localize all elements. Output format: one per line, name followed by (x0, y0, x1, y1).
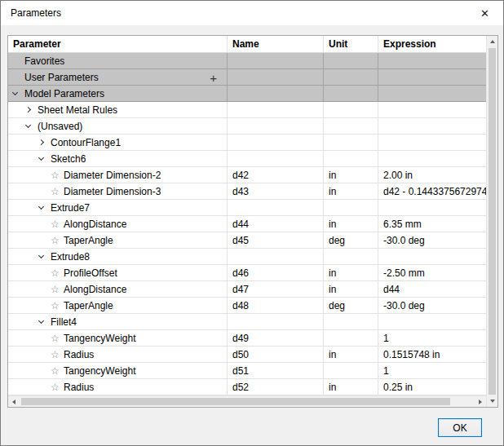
cell-name[interactable]: d49 (228, 330, 324, 347)
cell-parameter[interactable]: ☆TangencyWeight (8, 330, 228, 347)
cell-parameter[interactable]: ☆Diameter Dimension-3 (8, 183, 228, 200)
chevron-right-icon[interactable] (38, 135, 51, 150)
cell-parameter[interactable]: Fillet4 (8, 314, 228, 330)
cell-parameter[interactable]: User Parameters+ (8, 69, 228, 86)
table-row[interactable]: ☆AlongDistanced47ind44 (8, 281, 486, 298)
chevron-down-icon[interactable] (38, 314, 51, 329)
cell-parameter[interactable]: ☆Diameter Dimension-2 (8, 167, 228, 183)
add-parameter-icon[interactable]: + (210, 71, 217, 83)
cell-parameter[interactable]: ☆TaperAngle (8, 232, 228, 249)
table-row[interactable]: (Unsaved) (8, 118, 486, 135)
cell-expression[interactable]: 0.1515748 in (378, 347, 486, 363)
column-header-name[interactable]: Name (228, 36, 324, 52)
chevron-down-icon[interactable] (38, 151, 51, 166)
cell-unit[interactable]: in (324, 167, 378, 183)
cell-name[interactable]: d50 (228, 347, 324, 363)
chevron-down-icon[interactable] (38, 249, 51, 264)
cell-parameter[interactable]: ☆TangencyWeight (8, 363, 228, 379)
table-row[interactable]: Favorites (8, 53, 486, 69)
column-header-unit[interactable]: Unit (324, 36, 378, 52)
titlebar[interactable]: Parameters ✕ (1, 1, 503, 25)
cell-expression[interactable]: 1 (378, 330, 486, 347)
cell-parameter[interactable]: Extrude8 (8, 249, 228, 265)
cell-unit[interactable]: deg (324, 232, 378, 249)
table-row[interactable]: ☆TaperAngled48deg-30.0 deg (8, 298, 486, 314)
table-row[interactable]: ☆ProfileOffsetd46in-2.50 mm (8, 265, 486, 281)
chevron-down-icon[interactable] (38, 200, 51, 215)
cell-parameter[interactable]: ☆Radius (8, 347, 228, 363)
star-icon[interactable]: ☆ (51, 363, 64, 379)
cell-parameter[interactable]: ☆TaperAngle (8, 298, 228, 314)
horizontal-scrollbar[interactable] (8, 395, 486, 407)
star-icon[interactable]: ☆ (51, 298, 64, 314)
star-icon[interactable]: ☆ (51, 281, 64, 298)
cell-unit[interactable] (324, 330, 378, 347)
cell-name[interactable]: d52 (228, 379, 324, 395)
cell-expression[interactable]: 0.25 in (378, 379, 486, 395)
cell-parameter[interactable]: ☆AlongDistance (8, 216, 228, 232)
table-row[interactable]: ☆TangencyWeightd491 (8, 330, 486, 347)
ok-button[interactable]: OK (438, 418, 482, 437)
cell-name[interactable]: d51 (228, 363, 324, 379)
cell-unit[interactable]: in (324, 347, 378, 363)
cell-parameter[interactable]: Sheet Metal Rules (8, 102, 228, 118)
cell-parameter[interactable]: Favorites (8, 53, 228, 69)
cell-name[interactable]: d43 (228, 183, 324, 200)
table-row[interactable]: ☆Radiusd50in0.1515748 in (8, 347, 486, 363)
cell-expression[interactable]: d44 (378, 281, 486, 298)
cell-name[interactable]: d45 (228, 232, 324, 249)
table-row[interactable]: Extrude8 (8, 249, 486, 265)
cell-parameter[interactable]: ☆ProfileOffset (8, 265, 228, 281)
cell-unit[interactable]: in (324, 265, 378, 281)
scroll-right-button[interactable] (475, 396, 486, 407)
cell-expression[interactable]: 2.00 in (378, 167, 486, 183)
cell-parameter[interactable]: ☆Radius (8, 379, 228, 395)
scroll-down-button[interactable] (487, 395, 497, 407)
cell-unit[interactable]: in (324, 379, 378, 395)
cell-unit[interactable]: in (324, 216, 378, 232)
cell-unit[interactable] (324, 363, 378, 379)
cell-expression[interactable]: 6.35 mm (378, 216, 486, 232)
scroll-up-button[interactable] (487, 36, 497, 47)
table-row[interactable]: ☆Radiusd52in0.25 in (8, 379, 486, 395)
table-row[interactable]: User Parameters+ (8, 69, 486, 86)
cell-parameter[interactable]: Sketch6 (8, 151, 228, 167)
table-row[interactable]: Model Parameters (8, 86, 486, 102)
cell-expression[interactable]: -30.0 deg (378, 298, 486, 314)
cell-name[interactable]: d48 (228, 298, 324, 314)
cell-expression[interactable]: d42 - 0.1443375672974064 (378, 183, 486, 200)
chevron-right-icon[interactable] (24, 102, 38, 117)
table-row[interactable]: ☆Diameter Dimension-2d42in2.00 in (8, 167, 486, 183)
cell-parameter[interactable]: ☆AlongDistance (8, 281, 228, 298)
cell-parameter[interactable]: Extrude7 (8, 200, 228, 216)
star-icon[interactable]: ☆ (51, 347, 64, 363)
cell-unit[interactable]: in (324, 183, 378, 200)
cell-name[interactable]: d44 (228, 216, 324, 232)
column-header-expression[interactable]: Expression (378, 36, 486, 52)
table-row[interactable]: Fillet4 (8, 314, 486, 330)
cell-expression[interactable]: -30.0 deg (378, 232, 486, 249)
cell-expression[interactable]: 1 (378, 363, 486, 379)
cell-name[interactable]: d42 (228, 167, 324, 183)
vertical-scrollbar[interactable] (486, 36, 497, 407)
cell-name[interactable]: d46 (228, 265, 324, 281)
table-row[interactable]: ☆AlongDistanced44in6.35 mm (8, 216, 486, 232)
scroll-left-button[interactable] (8, 396, 20, 407)
cell-unit[interactable]: deg (324, 298, 378, 314)
star-icon[interactable]: ☆ (51, 167, 64, 183)
horizontal-scroll-thumb[interactable] (21, 398, 450, 405)
star-icon[interactable]: ☆ (51, 183, 64, 200)
table-row[interactable]: ContourFlange1 (8, 135, 486, 151)
cell-parameter[interactable]: Model Parameters (8, 86, 228, 102)
star-icon[interactable]: ☆ (51, 232, 64, 249)
vertical-scroll-thumb[interactable] (489, 48, 496, 395)
cell-parameter[interactable]: (Unsaved) (8, 118, 228, 135)
table-row[interactable]: Sheet Metal Rules (8, 102, 486, 118)
table-row[interactable]: Sketch6 (8, 151, 486, 167)
star-icon[interactable]: ☆ (51, 216, 64, 232)
chevron-down-icon[interactable] (24, 118, 38, 134)
table-row[interactable]: Extrude7 (8, 200, 486, 216)
table-row[interactable]: ☆TaperAngled45deg-30.0 deg (8, 232, 486, 249)
chevron-down-icon[interactable] (11, 86, 24, 101)
cell-parameter[interactable]: ContourFlange1 (8, 135, 228, 151)
